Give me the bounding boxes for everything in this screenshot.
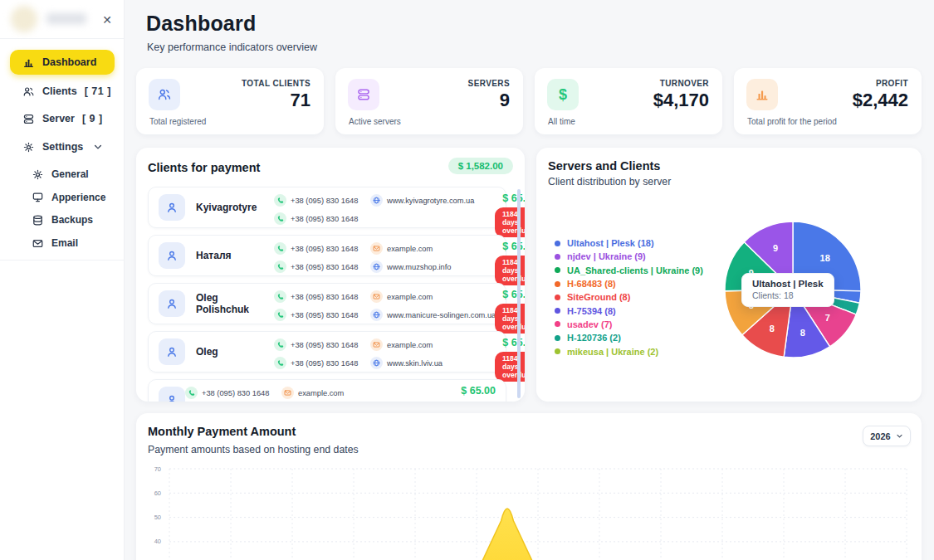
- sidebar-divider: [0, 260, 125, 261]
- pie-legend: Ultahost | Plesk (18) njdev | Ukraine (9…: [555, 236, 703, 358]
- site-text: example.com: [298, 389, 344, 397]
- client-row[interactable]: Oleg Polishchuk +38 (095) 830 1648: [148, 283, 506, 324]
- sidebar: ✕ Dashboard Clients [ 71 ] Server [ 9 ] …: [0, 0, 125, 560]
- legend-label: H-120736 (2): [567, 333, 621, 343]
- phone-line: +38 (095) 830 1648: [274, 194, 370, 207]
- client-row[interactable]: Наталя +38 (095) 830 1648 +38 (0: [148, 235, 506, 276]
- legend-item[interactable]: usadev (7): [555, 318, 703, 331]
- client-row[interactable]: +38 (095) 830 1648 example.com: [148, 379, 506, 402]
- sidebar-item-label: Clients: [42, 85, 77, 97]
- site-text: example.com: [387, 293, 433, 301]
- sidebar-item-clients[interactable]: Clients [ 71 ]: [0, 84, 125, 99]
- users-icon: [22, 85, 35, 98]
- sidebar-item-settings[interactable]: Settings: [0, 139, 125, 154]
- phone-line: +38 (095) 830 1648: [185, 387, 281, 399]
- year-select[interactable]: 2026: [863, 426, 911, 446]
- kpi-cards-row: TOTAL CLIENTS 71 Total registered SERVER…: [136, 68, 922, 134]
- subitem-icon: [32, 237, 44, 250]
- legend-item[interactable]: njdev | Ukraine (9): [555, 250, 703, 263]
- site-line: www.manicure-solingen.com.ua: [370, 309, 495, 321]
- servers-and-clients-panel: Servers and Clients Client distribution …: [536, 148, 922, 402]
- servers-panel-subtitle: Client distribution by server: [548, 176, 671, 187]
- legend-item[interactable]: H-68483 (8): [555, 277, 703, 290]
- phone-icon: [274, 242, 286, 255]
- phone-line: +38 (095) 830 1648: [274, 242, 370, 255]
- sidebar-settings-subitem[interactable]: Apperience: [0, 190, 125, 205]
- kpi-icon: $: [547, 79, 579, 110]
- legend-item[interactable]: H-75394 (8): [555, 304, 703, 317]
- client-sites: www.kyivagrotyre.com.ua: [370, 187, 495, 228]
- sidebar-close-icon[interactable]: ✕: [99, 12, 115, 28]
- sidebar-settings-subitem[interactable]: Email: [0, 236, 125, 251]
- phone-icon: [274, 212, 286, 225]
- kpi-caption: Total registered: [149, 117, 206, 126]
- client-phones: +38 (095) 830 1648 +38 (095) 830 1648: [274, 331, 370, 373]
- client-row[interactable]: Kyivagrotyre +38 (095) 830 1648: [148, 187, 506, 228]
- kpi-label: PROFIT: [876, 79, 908, 88]
- legend-item[interactable]: H-120736 (2): [555, 331, 703, 344]
- legend-item[interactable]: UA_Shared-clients | Ukraine (9): [555, 264, 703, 277]
- client-sites: example.com www.skin.lviv.ua: [370, 331, 495, 373]
- kpi-icon: [149, 79, 180, 110]
- phone-icon: [274, 194, 286, 207]
- legend-label: SiteGround (8): [567, 292, 630, 302]
- client-avatar: [159, 338, 185, 365]
- client-list-scrollbar[interactable]: [517, 189, 521, 398]
- kpi-icon: [746, 79, 778, 110]
- legend-item[interactable]: SiteGround (8): [555, 290, 703, 304]
- clients-for-payment-panel: Clients for payment $ 1,582.00 Kyivagrot…: [136, 148, 525, 402]
- monthly-panel-subtitle: Payment amounts based on hosting end dat…: [148, 444, 359, 455]
- phone-number: +38 (095) 830 1648: [291, 263, 358, 271]
- payment-amount: $ 65.00: [502, 192, 525, 204]
- sidebar-header: ✕: [0, 0, 124, 39]
- client-sites: example.com: [281, 379, 406, 402]
- kpi-value: $2,442: [853, 90, 908, 111]
- phone-icon: [274, 309, 286, 321]
- phone-icon: [274, 357, 286, 369]
- legend-dot: [555, 308, 560, 314]
- contact-icon: [370, 261, 383, 273]
- legend-item[interactable]: Ultahost | Plesk (18): [555, 236, 703, 250]
- phone-line: +38 (095) 830 1648: [274, 212, 370, 225]
- y-axis-tick: 50: [154, 514, 161, 521]
- contact-icon: [370, 357, 383, 369]
- kpi-caption: All time: [548, 117, 575, 126]
- client-row[interactable]: Oleg +38 (095) 830 1648 +38 (095: [148, 331, 506, 373]
- bar-chart-icon: [22, 56, 35, 69]
- kpi-label: TURNOVER: [660, 79, 709, 88]
- phone-line: +38 (095) 830 1648: [274, 357, 370, 369]
- sidebar-subitem-label: General: [51, 168, 89, 180]
- site-text: www.muzshop.info: [387, 263, 452, 271]
- site-text: example.com: [387, 245, 433, 253]
- sidebar-subitem-label: Email: [51, 237, 78, 249]
- phone-number: +38 (095) 830 1648: [291, 359, 358, 368]
- site-line: www.skin.lviv.ua: [370, 357, 495, 369]
- sidebar-settings-subitem[interactable]: General: [0, 167, 125, 182]
- sidebar-item-dashboard[interactable]: Dashboard: [10, 50, 115, 75]
- app-logo-text-blurred: [46, 13, 86, 24]
- legend-dot: [555, 321, 560, 327]
- chevron-down-icon: [896, 432, 903, 440]
- site-line: example.com: [370, 242, 495, 255]
- client-phones: +38 (095) 830 1648 +38 (095) 830 1648: [274, 283, 370, 324]
- legend-label: usadev (7): [567, 319, 612, 329]
- sidebar-item-server[interactable]: Server [ 9 ]: [0, 111, 125, 126]
- kpi-caption: Active servers: [349, 117, 401, 126]
- sidebar-settings-subitem[interactable]: Backups: [0, 212, 125, 227]
- pie-slice-label: 9: [773, 243, 778, 253]
- legend-label: UA_Shared-clients | Ukraine (9): [567, 265, 703, 275]
- phone-icon: [274, 338, 286, 351]
- legend-item[interactable]: mikeusa | Ukraine (2): [555, 344, 703, 358]
- legend-label: mikeusa | Ukraine (2): [567, 347, 658, 357]
- site-text: www.manicure-solingen.com.ua: [387, 311, 496, 319]
- client-name: Наталя: [196, 250, 274, 261]
- kpi-label: SERVERS: [468, 79, 510, 88]
- phone-number: +38 (095) 830 1648: [291, 293, 358, 301]
- clients-panel-title: Clients for payment: [148, 161, 260, 174]
- pie-slice-label: 7: [825, 313, 830, 323]
- sidebar-item-count: [ 71 ]: [85, 85, 111, 97]
- pie-tooltip-title: Ultahost | Plesk: [752, 279, 824, 289]
- main-content: Dashboard Key performance indicators ove…: [125, 0, 934, 560]
- phone-line: +38 (095) 830 1648: [274, 309, 370, 321]
- sidebar-subitem-label: Backups: [51, 214, 93, 226]
